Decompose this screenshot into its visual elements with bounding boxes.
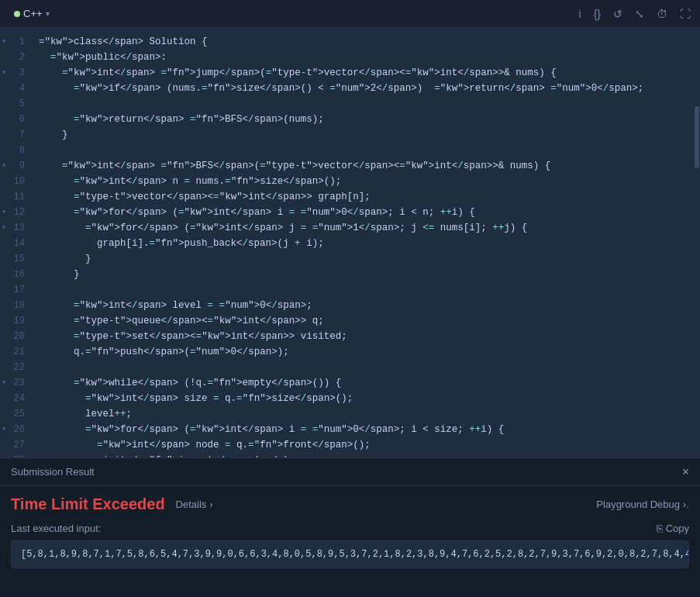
playground-debug-arrow: ›. (683, 499, 689, 510)
last-input-label: Last executed input: (11, 523, 101, 534)
code-line: ="type-t">set</span><="kw">int</span>> v… (39, 329, 700, 344)
line-number: 1 (0, 34, 33, 50)
input-value: [5,8,1,8,9,8,7,1,7,5,8,6,5,4,7,3,9,9,0,6… (21, 549, 689, 560)
result-text: Time Limit Exceeded (11, 495, 165, 513)
code-line: ="kw">for</span> (="kw">int</span> i = =… (39, 205, 700, 220)
code-line: ="kw">if</span> (nums.="fn">size</span>(… (39, 81, 700, 96)
copy-button[interactable]: ⎘ Copy (657, 523, 689, 534)
code-container: 1234567891011121314151617181920212223242… (0, 28, 700, 457)
scrollbar-thumb[interactable] (695, 106, 699, 168)
toolbar-left: C++ ▾ (9, 6, 54, 21)
code-line: graph[i].="fn">push_back</span>(j + i); (39, 236, 700, 251)
line-number: 28 (0, 453, 33, 457)
code-line: } (39, 267, 700, 282)
chevron-down-icon: ▾ (46, 9, 50, 18)
line-number: 19 (0, 313, 33, 329)
result-left: Time Limit Exceeded Details › (11, 495, 213, 513)
line-number: 15 (0, 251, 33, 267)
copy-label: Copy (666, 523, 689, 534)
language-selector[interactable]: C++ ▾ (9, 6, 54, 21)
code-line: ="kw">int</span> size = q.="fn">size</sp… (39, 391, 700, 406)
line-number: 8 (0, 143, 33, 158)
code-line: visited.="fn">insert</span>(node); (39, 453, 700, 457)
last-input-row: Last executed input: ⎘ Copy (11, 523, 689, 534)
code-line: } (39, 251, 700, 267)
line-number: 10 (0, 174, 33, 189)
code-line: q.="fn">push</span>(="num">0</span>); (39, 344, 700, 360)
line-number: 24 (0, 391, 33, 406)
line-number: 16 (0, 267, 33, 282)
line-number: 26 (0, 422, 33, 437)
line-number: 9 (0, 158, 33, 174)
line-number: 11 (0, 189, 33, 205)
code-line: ="kw">return</span> ="fn">BFS</span>(num… (39, 112, 700, 127)
line-number: 20 (0, 329, 33, 344)
code-line: ="kw">int</span> level = ="num">0</span>… (39, 298, 700, 313)
submission-panel: Submission Result × Time Limit Exceeded … (0, 457, 700, 597)
code-line: level++; (39, 406, 700, 422)
submission-body: Time Limit Exceeded Details › Playground… (0, 486, 700, 575)
code-line: ="kw">int</span> node = q.="fn">front</s… (39, 437, 700, 453)
details-link[interactable]: Details › (176, 499, 213, 510)
language-label: C++ (23, 8, 43, 19)
fullscreen-icon[interactable]: ⛶ (680, 8, 691, 20)
playground-debug-label: Playground Debug (596, 499, 680, 510)
toolbar: C++ ▾ i {} ↺ ⤡ ⏱ ⛶ (0, 0, 700, 28)
code-line: ="kw">int</span> ="fn">BFS</span>(="type… (39, 158, 700, 174)
code-line: ="kw">while</span> (!q.="fn">empty</span… (39, 375, 700, 391)
info-icon[interactable]: i (579, 8, 581, 20)
line-number: 13 (0, 220, 33, 236)
code-line: ="kw">int</span> ="fn">jump</span>(="typ… (39, 65, 700, 81)
line-number: 6 (0, 112, 33, 127)
code-line (39, 96, 700, 112)
line-number: 25 (0, 406, 33, 422)
expand-icon[interactable]: ⤡ (635, 8, 644, 20)
playground-debug-button[interactable]: Playground Debug ›. (596, 499, 689, 510)
line-numbers: 1234567891011121314151617181920212223242… (0, 28, 33, 457)
code-line: ="type-t">vector</span><="kw">int</span>… (39, 189, 700, 205)
details-arrow: › (209, 499, 212, 510)
toolbar-right: i {} ↺ ⤡ ⏱ ⛶ (579, 8, 691, 20)
braces-icon[interactable]: {} (594, 8, 601, 20)
lang-dot (14, 11, 20, 17)
undo-icon[interactable]: ↺ (613, 8, 622, 20)
line-number: 18 (0, 298, 33, 313)
code-content[interactable]: ="kw">class</span> Solution { ="kw">publ… (33, 28, 700, 457)
code-line: } (39, 127, 700, 143)
code-line (39, 282, 700, 298)
clock-icon[interactable]: ⏱ (657, 8, 667, 20)
line-number: 21 (0, 344, 33, 360)
line-number: 2 (0, 50, 33, 65)
code-line: ="kw">for</span> (="kw">int</span> i = =… (39, 422, 700, 437)
code-line: ="type-t">queue</span><="kw">int</span>>… (39, 313, 700, 329)
code-line: ="kw">public</span>: (39, 50, 700, 65)
input-value-box: [5,8,1,8,9,8,7,1,7,5,8,6,5,4,7,3,9,9,0,6… (11, 540, 689, 568)
editor-area[interactable]: 1234567891011121314151617181920212223242… (0, 28, 700, 457)
close-button[interactable]: × (682, 465, 689, 479)
line-number: 5 (0, 96, 33, 112)
line-number: 22 (0, 360, 33, 375)
code-line (39, 143, 700, 158)
code-line: ="kw">int</span> n = nums.="fn">size</sp… (39, 174, 700, 189)
result-row: Time Limit Exceeded Details › Playground… (11, 495, 689, 513)
line-number: 3 (0, 65, 33, 81)
code-line: ="kw">class</span> Solution { (39, 34, 700, 50)
details-label: Details (176, 499, 207, 510)
line-number: 4 (0, 81, 33, 96)
line-number: 14 (0, 236, 33, 251)
code-line: ="kw">for</span> (="kw">int</span> j = =… (39, 220, 700, 236)
line-number: 23 (0, 375, 33, 391)
submission-header: Submission Result × (0, 458, 700, 486)
copy-icon: ⎘ (657, 523, 663, 534)
line-number: 17 (0, 282, 33, 298)
submission-title: Submission Result (11, 466, 95, 478)
line-number: 12 (0, 205, 33, 220)
line-number: 27 (0, 437, 33, 453)
scrollbar-track[interactable] (694, 28, 700, 457)
code-line (39, 360, 700, 375)
line-number: 7 (0, 127, 33, 143)
